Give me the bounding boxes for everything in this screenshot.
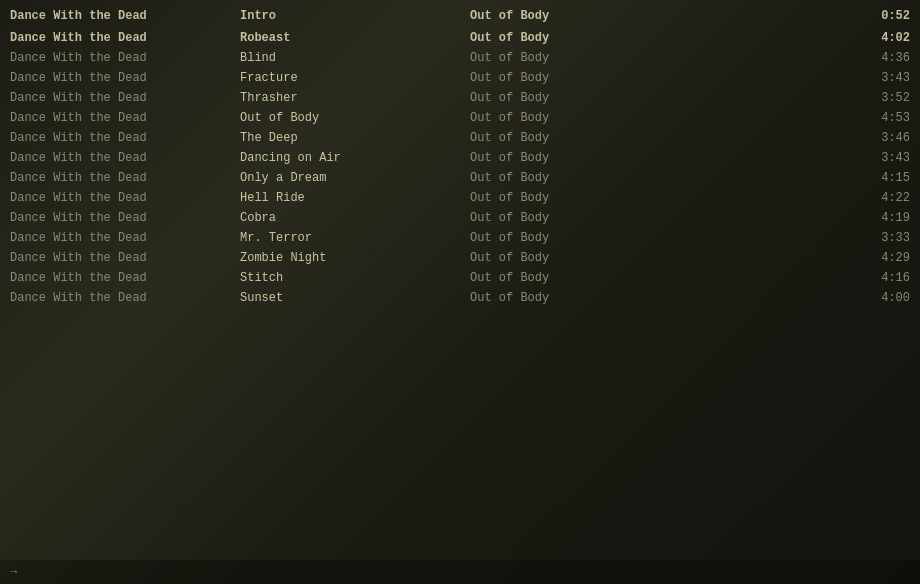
track-duration: 3:52 bbox=[850, 90, 910, 106]
track-album: Out of Body bbox=[470, 270, 650, 286]
track-album: Out of Body bbox=[470, 190, 650, 206]
track-title: Blind bbox=[240, 50, 470, 66]
track-row[interactable]: Dance With the DeadOnly a DreamOut of Bo… bbox=[0, 168, 920, 188]
track-album: Out of Body bbox=[470, 30, 650, 46]
track-album: Out of Body bbox=[470, 90, 650, 106]
header-duration: 0:52 bbox=[850, 8, 910, 24]
track-row[interactable]: Dance With the DeadStitchOut of Body4:16 bbox=[0, 268, 920, 288]
track-duration: 4:36 bbox=[850, 50, 910, 66]
track-duration: 4:29 bbox=[850, 250, 910, 266]
track-list: Dance With the Dead Intro Out of Body 0:… bbox=[0, 0, 920, 312]
track-title: The Deep bbox=[240, 130, 470, 146]
track-album: Out of Body bbox=[470, 130, 650, 146]
track-album: Out of Body bbox=[470, 230, 650, 246]
track-title: Out of Body bbox=[240, 110, 470, 126]
track-title: Mr. Terror bbox=[240, 230, 470, 246]
track-title: Robeast bbox=[240, 30, 470, 46]
track-artist: Dance With the Dead bbox=[10, 130, 240, 146]
track-rows: Dance With the DeadRobeastOut of Body4:0… bbox=[0, 26, 920, 308]
track-row[interactable]: Dance With the DeadZombie NightOut of Bo… bbox=[0, 248, 920, 268]
track-title: Sunset bbox=[240, 290, 470, 306]
track-row[interactable]: Dance With the DeadDancing on AirOut of … bbox=[0, 148, 920, 168]
track-duration: 4:53 bbox=[850, 110, 910, 126]
track-row[interactable]: Dance With the DeadRobeastOut of Body4:0… bbox=[0, 26, 920, 48]
track-row[interactable]: Dance With the DeadHell RideOut of Body4… bbox=[0, 188, 920, 208]
track-duration: 3:46 bbox=[850, 130, 910, 146]
track-album: Out of Body bbox=[470, 250, 650, 266]
header-artist: Dance With the Dead bbox=[10, 8, 240, 24]
track-album: Out of Body bbox=[470, 150, 650, 166]
track-artist: Dance With the Dead bbox=[10, 30, 240, 46]
track-artist: Dance With the Dead bbox=[10, 230, 240, 246]
track-artist: Dance With the Dead bbox=[10, 170, 240, 186]
track-artist: Dance With the Dead bbox=[10, 150, 240, 166]
track-row[interactable]: Dance With the DeadFractureOut of Body3:… bbox=[0, 68, 920, 88]
track-row[interactable]: Dance With the DeadCobraOut of Body4:19 bbox=[0, 208, 920, 228]
track-album: Out of Body bbox=[470, 170, 650, 186]
track-album: Out of Body bbox=[470, 70, 650, 86]
track-duration: 4:00 bbox=[850, 290, 910, 306]
track-row[interactable]: Dance With the DeadSunsetOut of Body4:00 bbox=[0, 288, 920, 308]
track-artist: Dance With the Dead bbox=[10, 190, 240, 206]
track-duration: 3:43 bbox=[850, 70, 910, 86]
status-bar: → bbox=[0, 560, 920, 584]
track-row[interactable]: Dance With the DeadBlindOut of Body4:36 bbox=[0, 48, 920, 68]
track-row[interactable]: Dance With the DeadOut of BodyOut of Bod… bbox=[0, 108, 920, 128]
track-album: Out of Body bbox=[470, 50, 650, 66]
track-list-header: Dance With the Dead Intro Out of Body 0:… bbox=[0, 4, 920, 26]
track-title: Thrasher bbox=[240, 90, 470, 106]
track-duration: 4:22 bbox=[850, 190, 910, 206]
header-title: Intro bbox=[240, 8, 470, 24]
track-title: Dancing on Air bbox=[240, 150, 470, 166]
track-title: Stitch bbox=[240, 270, 470, 286]
track-album: Out of Body bbox=[470, 290, 650, 306]
track-artist: Dance With the Dead bbox=[10, 90, 240, 106]
track-album: Out of Body bbox=[470, 110, 650, 126]
track-artist: Dance With the Dead bbox=[10, 270, 240, 286]
track-artist: Dance With the Dead bbox=[10, 70, 240, 86]
track-row[interactable]: Dance With the DeadMr. TerrorOut of Body… bbox=[0, 228, 920, 248]
track-title: Fracture bbox=[240, 70, 470, 86]
track-row[interactable]: Dance With the DeadThrasherOut of Body3:… bbox=[0, 88, 920, 108]
track-title: Hell Ride bbox=[240, 190, 470, 206]
track-artist: Dance With the Dead bbox=[10, 250, 240, 266]
track-title: Cobra bbox=[240, 210, 470, 226]
track-artist: Dance With the Dead bbox=[10, 110, 240, 126]
track-duration: 4:02 bbox=[850, 30, 910, 46]
track-artist: Dance With the Dead bbox=[10, 210, 240, 226]
track-duration: 4:19 bbox=[850, 210, 910, 226]
track-artist: Dance With the Dead bbox=[10, 290, 240, 306]
track-title: Zombie Night bbox=[240, 250, 470, 266]
track-duration: 4:15 bbox=[850, 170, 910, 186]
track-duration: 3:43 bbox=[850, 150, 910, 166]
track-duration: 3:33 bbox=[850, 230, 910, 246]
track-title: Only a Dream bbox=[240, 170, 470, 186]
track-row[interactable]: Dance With the DeadThe DeepOut of Body3:… bbox=[0, 128, 920, 148]
track-album: Out of Body bbox=[470, 210, 650, 226]
track-duration: 4:16 bbox=[850, 270, 910, 286]
header-album: Out of Body bbox=[470, 8, 650, 24]
arrow-icon: → bbox=[10, 565, 17, 579]
track-artist: Dance With the Dead bbox=[10, 50, 240, 66]
